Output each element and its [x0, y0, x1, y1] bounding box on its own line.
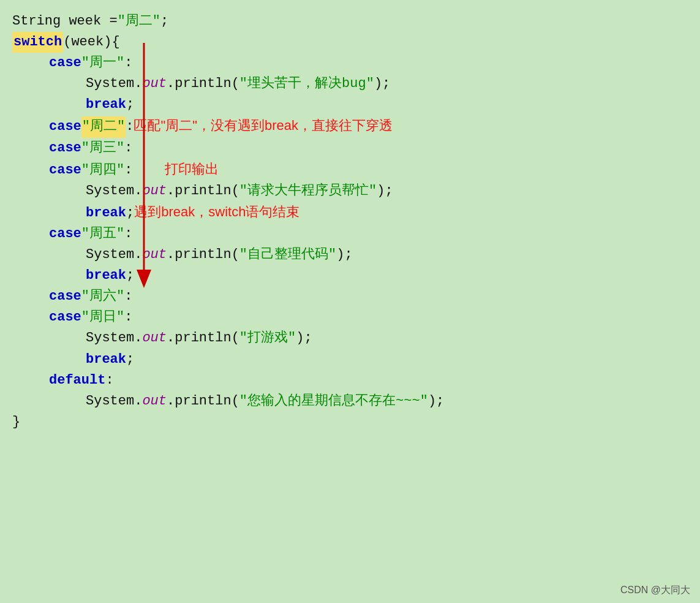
- code-block: String week = "周二"; switch (week){ case …: [0, 0, 700, 444]
- code-line-17: break;: [12, 349, 688, 370]
- code-line-9: System.out.println("请求大牛程序员帮忙");: [12, 181, 688, 202]
- code-line-12: System.out.println("自己整理代码");: [12, 245, 688, 265]
- code-line-14: case "周六":: [12, 286, 688, 307]
- code-line-11: case "周五":: [12, 224, 688, 245]
- code-line-1: String week = "周二";: [12, 11, 688, 32]
- code-line-2: switch (week){: [12, 32, 688, 53]
- code-line-16: System.out.println("打游戏");: [12, 328, 688, 349]
- code-line-4: System.out.println("埋头苦干，解决bug");: [12, 74, 688, 94]
- code-line-13: break;: [12, 265, 688, 286]
- code-line-19: System.out.println("您输入的星期信息不存在~~~");: [12, 391, 688, 412]
- code-line-20: }: [12, 412, 688, 433]
- code-line-15: case "周日":: [12, 307, 688, 328]
- code-line-7: case "周三":: [12, 138, 688, 159]
- code-line-8: case "周四": 打印输出: [12, 159, 688, 181]
- code-line-18: default:: [12, 370, 688, 391]
- code-line-10: break; 遇到break，switch语句结束: [12, 202, 688, 224]
- code-line-6: case "周二": 匹配"周二"，没有遇到break，直接往下穿透: [12, 115, 688, 137]
- watermark: CSDN @大同大: [620, 584, 690, 597]
- code-line-3: case "周一":: [12, 53, 688, 74]
- code-line-5: break;: [12, 94, 688, 115]
